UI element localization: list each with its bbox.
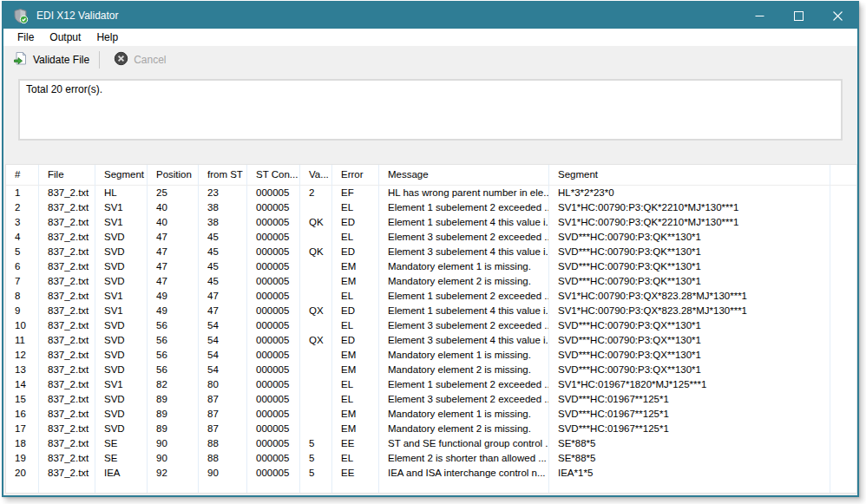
maximize-button[interactable] bbox=[779, 3, 818, 29]
table-cell: 837_2.txt bbox=[39, 318, 95, 333]
column-header[interactable]: Error bbox=[332, 165, 379, 186]
table-cell: 17 bbox=[6, 422, 39, 436]
table-cell: 10 bbox=[6, 318, 39, 333]
table-row[interactable]: 19837_2.txtSE90880000055ELElement 2 is s… bbox=[6, 451, 856, 466]
grid-filler-cell bbox=[95, 481, 148, 493]
table-cell bbox=[830, 304, 856, 318]
menu-output[interactable]: Output bbox=[42, 29, 89, 46]
table-cell bbox=[300, 200, 332, 215]
table-cell: SV1*HC:00790:P3:QX*823.28*MJ*130***1 bbox=[549, 304, 830, 318]
table-cell: SVD***HC:00790:P3:QK**130*1 bbox=[549, 245, 830, 259]
table-cell: 47 bbox=[199, 304, 247, 318]
summary-output-box[interactable]: Total 20 error(s). bbox=[18, 79, 843, 141]
table-cell: 000005 bbox=[247, 333, 300, 348]
validate-file-button[interactable]: Validate File bbox=[8, 49, 95, 71]
table-cell: 40 bbox=[148, 215, 199, 230]
table-row[interactable]: 17837_2.txtSVD8987000005EMMandatory elem… bbox=[6, 422, 856, 436]
table-row[interactable]: 14837_2.txtSV18280000005ELElement 1 sube… bbox=[6, 377, 856, 392]
table-row[interactable]: 15837_2.txtSVD8987000005ELElement 3 sube… bbox=[6, 392, 856, 407]
table-cell: 18 bbox=[6, 436, 39, 451]
table-cell: 45 bbox=[199, 245, 247, 259]
table-cell: 56 bbox=[148, 363, 199, 377]
cancel-button[interactable]: Cancel bbox=[108, 49, 171, 71]
table-row[interactable]: 12837_2.txtSVD5654000005EMMandatory elem… bbox=[6, 348, 856, 363]
table-cell: EL bbox=[332, 451, 379, 466]
table-cell: SVD bbox=[95, 422, 148, 436]
table-cell: SV1 bbox=[95, 289, 148, 304]
table-cell: 49 bbox=[148, 289, 199, 304]
table-cell: Element 1 subelement 2 exceeded ... bbox=[379, 200, 549, 215]
column-header[interactable]: ST Con... bbox=[247, 165, 300, 186]
table-row[interactable]: 4837_2.txtSVD4745000005ELElement 3 subel… bbox=[6, 230, 856, 245]
table-cell: 47 bbox=[148, 274, 199, 289]
table-cell: EL bbox=[332, 289, 379, 304]
table-row[interactable]: 16837_2.txtSVD8987000005EMMandatory elem… bbox=[6, 407, 856, 422]
table-cell: EM bbox=[332, 274, 379, 289]
table-cell bbox=[300, 348, 332, 363]
table-cell: 87 bbox=[199, 422, 247, 436]
table-row[interactable]: 3837_2.txtSV14038000005QKEDElement 1 sub… bbox=[6, 215, 856, 230]
grid-filler-row bbox=[6, 481, 856, 493]
table-cell: EL bbox=[332, 377, 379, 392]
minimize-button[interactable] bbox=[740, 3, 779, 29]
table-cell: ED bbox=[332, 215, 379, 230]
table-cell: 000005 bbox=[247, 304, 300, 318]
table-cell: 54 bbox=[199, 318, 247, 333]
table-cell: SV1*HC:00790:P3:QK*2210*MJ*130***1 bbox=[549, 215, 830, 230]
table-row[interactable]: 9837_2.txtSV14947000005QXEDElement 1 sub… bbox=[6, 304, 856, 318]
table-row[interactable]: 11837_2.txtSVD5654000005QXEDElement 3 su… bbox=[6, 333, 856, 348]
table-cell: SVD***HC:01967**125*1 bbox=[549, 422, 830, 436]
table-cell: 837_2.txt bbox=[39, 363, 95, 377]
table-cell: 837_2.txt bbox=[39, 289, 95, 304]
table-cell: 000005 bbox=[247, 377, 300, 392]
table-cell: Mandatory element 1 is missing. bbox=[379, 259, 549, 274]
table-cell: 837_2.txt bbox=[39, 377, 95, 392]
column-header[interactable]: # bbox=[6, 165, 39, 186]
table-cell: 000005 bbox=[247, 200, 300, 215]
table-cell: QK bbox=[300, 215, 332, 230]
table-cell: 4 bbox=[6, 230, 39, 245]
table-cell: EF bbox=[332, 186, 379, 200]
table-cell: 837_2.txt bbox=[39, 436, 95, 451]
table-row[interactable]: 8837_2.txtSV14947000005ELElement 1 subel… bbox=[6, 289, 856, 304]
table-cell: EL bbox=[332, 230, 379, 245]
table-row[interactable]: 13837_2.txtSVD5654000005EMMandatory elem… bbox=[6, 363, 856, 377]
table-cell: 837_2.txt bbox=[39, 466, 95, 481]
close-button[interactable] bbox=[818, 3, 857, 29]
column-header[interactable]: File bbox=[39, 165, 95, 186]
table-row[interactable]: 7837_2.txtSVD4745000005EMMandatory eleme… bbox=[6, 274, 856, 289]
table-cell: 9 bbox=[6, 304, 39, 318]
column-header[interactable]: Segment bbox=[549, 165, 830, 186]
table-cell: Mandatory element 1 is missing. bbox=[379, 348, 549, 363]
menu-help[interactable]: Help bbox=[89, 29, 126, 46]
table-row[interactable]: 20837_2.txtIEA92900000055EEIEA and ISA i… bbox=[6, 466, 856, 481]
table-cell: SVD bbox=[95, 363, 148, 377]
table-cell: SVD***HC:00790:P3:QK**130*1 bbox=[549, 230, 830, 245]
column-header[interactable] bbox=[830, 165, 856, 186]
column-header[interactable]: Segment bbox=[95, 165, 148, 186]
column-header[interactable]: Position bbox=[148, 165, 199, 186]
table-row[interactable]: 5837_2.txtSVD4745000005QKEDElement 3 sub… bbox=[6, 245, 856, 259]
menu-file[interactable]: File bbox=[10, 29, 42, 46]
table-row[interactable]: 1837_2.txtHL25230000052EFHL has wrong pa… bbox=[6, 186, 856, 200]
table-cell: QX bbox=[300, 333, 332, 348]
table-cell: 5 bbox=[300, 466, 332, 481]
toolbar: Validate File Cancel bbox=[3, 46, 857, 74]
table-cell: HL bbox=[95, 186, 148, 200]
table-cell: 88 bbox=[199, 436, 247, 451]
column-header[interactable]: Va... bbox=[300, 165, 332, 186]
table-cell: 16 bbox=[6, 407, 39, 422]
column-header[interactable]: Message bbox=[379, 165, 549, 186]
table-cell: 87 bbox=[199, 392, 247, 407]
table-cell: SVD bbox=[95, 348, 148, 363]
table-row[interactable]: 6837_2.txtSVD4745000005EMMandatory eleme… bbox=[6, 259, 856, 274]
column-header[interactable]: from ST bbox=[199, 165, 247, 186]
table-cell: HL*3*2*23*0 bbox=[549, 186, 830, 200]
table-cell: 6 bbox=[6, 259, 39, 274]
table-cell: 87 bbox=[199, 407, 247, 422]
table-row[interactable]: 10837_2.txtSVD5654000005ELElement 3 sube… bbox=[6, 318, 856, 333]
table-row[interactable]: 18837_2.txtSE90880000055EEST and SE func… bbox=[6, 436, 856, 451]
table-cell: 88 bbox=[199, 451, 247, 466]
table-row[interactable]: 2837_2.txtSV14038000005ELElement 1 subel… bbox=[6, 200, 856, 215]
grid-filler-cell bbox=[379, 481, 549, 493]
